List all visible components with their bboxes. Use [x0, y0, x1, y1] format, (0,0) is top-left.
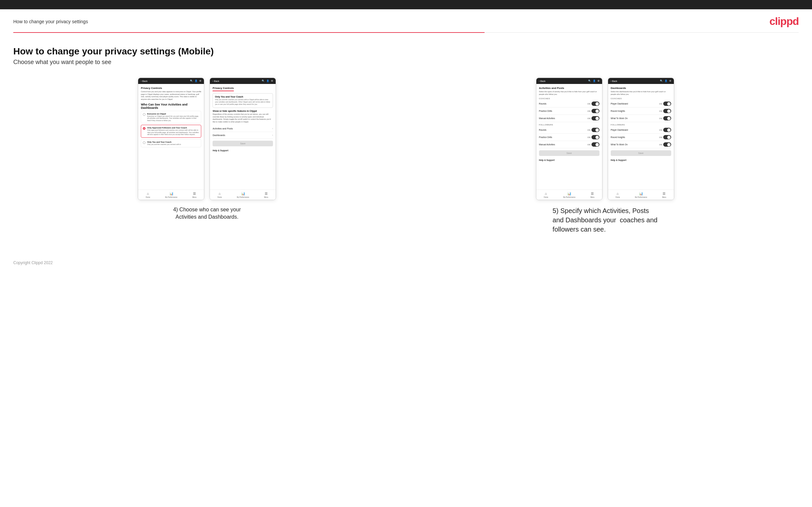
- toggle-whattowork-coach[interactable]: What To Work On ON: [611, 115, 671, 122]
- nav-home-2[interactable]: ⌂ Home: [217, 192, 222, 198]
- toggle-drills-coach-switch[interactable]: ON: [588, 109, 600, 113]
- dashboards-title-4: Dashboards: [611, 87, 671, 90]
- nav-menu-3[interactable]: ☰ Menu: [591, 192, 595, 198]
- switch-playerdash-follower[interactable]: [663, 128, 671, 132]
- toggle-manual-follower-switch[interactable]: ON: [588, 143, 600, 147]
- toggle-drills-follower-switch[interactable]: ON: [588, 135, 600, 139]
- toggle-playerdash-coach-switch[interactable]: ON: [659, 102, 671, 106]
- toggle-drills-follower[interactable]: Practice Drills ON: [539, 134, 600, 141]
- back-button-1[interactable]: ‹ Back: [141, 80, 147, 82]
- switch-drills-follower[interactable]: [592, 135, 600, 139]
- user-icon-1[interactable]: 👤: [195, 79, 198, 82]
- nav-menu-1[interactable]: ☰ Menu: [192, 192, 197, 198]
- menu-label-3: Menu: [591, 196, 595, 198]
- search-icon-2[interactable]: 🔍: [262, 79, 265, 82]
- nav-performance-1[interactable]: 📊 My Performance: [165, 192, 177, 198]
- back-button-4[interactable]: ‹ Back: [611, 80, 617, 82]
- back-button-2[interactable]: ‹ Back: [212, 80, 219, 82]
- switch-whattowork-coach[interactable]: [663, 116, 671, 120]
- switch-drills-coach[interactable]: [592, 109, 600, 113]
- toggle-drills-coach[interactable]: Practice Drills ON: [539, 108, 600, 115]
- bottom-nav-3: ⌂ Home 📊 My Performance ☰ Menu: [536, 189, 602, 200]
- save-button-2[interactable]: Save: [212, 141, 273, 146]
- nav-home-4[interactable]: ⌂ Home: [615, 192, 620, 198]
- coaches-label-4: COACHES: [611, 98, 671, 100]
- breadcrumb: How to change your privacy settings: [13, 19, 88, 24]
- toggle-rounds-coach-switch[interactable]: ON: [588, 102, 600, 106]
- settings-icon-2[interactable]: ⚙: [271, 79, 273, 82]
- switch-whattowork-follower[interactable]: [663, 143, 671, 147]
- home-label-4: Home: [615, 196, 620, 198]
- toggle-manual-coach[interactable]: Manual Activities ON: [539, 115, 600, 122]
- radio-desc-1: Everyone on Clippd can search for you an…: [147, 115, 199, 122]
- nav-home-3[interactable]: ⌂ Home: [544, 192, 548, 198]
- nav-home-1[interactable]: ⌂ Home: [146, 192, 150, 198]
- toggle-playerdash-follower[interactable]: Player Dashboard ON: [611, 126, 671, 134]
- save-button-4[interactable]: Save: [611, 150, 671, 156]
- nav-performance-2[interactable]: 📊 My Performance: [237, 192, 249, 198]
- nav-performance-3[interactable]: 📊 My Performance: [563, 192, 575, 198]
- toggle-roundinsights-coach[interactable]: Round Insights ON: [611, 108, 671, 115]
- rounds-follower-label: Rounds: [539, 129, 546, 131]
- on-text-1: ON: [588, 103, 591, 105]
- nav-menu-4[interactable]: ☰ Menu: [662, 192, 666, 198]
- header: How to change your privacy settings clip…: [0, 9, 812, 32]
- bottom-nav-4: ⌂ Home 📊 My Performance ☰ Menu: [608, 189, 674, 200]
- switch-rounds-follower[interactable]: [592, 128, 600, 132]
- user-icon-3[interactable]: 👤: [593, 79, 596, 82]
- user-icon-4[interactable]: 👤: [665, 79, 667, 82]
- back-button-3[interactable]: ‹ Back: [539, 80, 546, 82]
- home-icon-3: ⌂: [545, 192, 547, 195]
- radio-desc-2: Only approved followers and coaches you …: [147, 129, 199, 136]
- toggle-rounds-follower-switch[interactable]: ON: [588, 128, 600, 132]
- menu-icon-1: ☰: [193, 192, 196, 195]
- privacy-tab-2[interactable]: Privacy Controls: [212, 87, 234, 91]
- radio-everyone[interactable]: Everyone on Clippd Everyone on Clippd ca…: [141, 111, 201, 124]
- logo: clippd: [769, 15, 799, 27]
- toggle-roundinsights-follower[interactable]: Round Insights ON: [611, 134, 671, 141]
- menu-activities-2[interactable]: Activities and Posts ›: [212, 125, 273, 132]
- settings-icon-3[interactable]: ⚙: [598, 79, 600, 82]
- switch-playerdash-coach[interactable]: [663, 102, 671, 106]
- toggle-playerdash-coach[interactable]: Player Dashboard ON: [611, 100, 671, 108]
- toggle-whattowork-coach-switch[interactable]: ON: [659, 116, 671, 120]
- switch-roundinsights-coach[interactable]: [663, 109, 671, 113]
- search-icon-4[interactable]: 🔍: [660, 79, 663, 82]
- search-icon-1[interactable]: 🔍: [190, 79, 193, 82]
- toggle-roundinsights-coach-switch[interactable]: ON: [659, 109, 671, 113]
- switch-roundinsights-follower[interactable]: [663, 135, 671, 139]
- playerdash-coach-label: Player Dashboard: [611, 103, 628, 105]
- phone-screen-2: ‹ Back 🔍 👤 ⚙ Privacy Controls Only You a…: [210, 78, 276, 200]
- radio-approved[interactable]: Only Approved Followers and Your Coach O…: [141, 125, 201, 138]
- menu-icon-2: ☰: [265, 192, 268, 195]
- on-text-10: ON: [659, 129, 662, 131]
- top-bar: [0, 0, 812, 9]
- on-text-12: ON: [659, 144, 662, 146]
- bottom-nav-1: ⌂ Home 📊 My Performance ☰ Menu: [138, 189, 204, 200]
- settings-icon-1[interactable]: ⚙: [199, 79, 201, 82]
- toggle-manual-follower[interactable]: Manual Activities ON: [539, 141, 600, 148]
- main-content: How to change your privacy settings (Mob…: [0, 33, 812, 254]
- toggle-rounds-follower[interactable]: Rounds ON: [539, 126, 600, 134]
- screenshots-row: ‹ Back 🔍 👤 ⚙ Privacy Controls Control ho…: [13, 78, 799, 234]
- toggle-whattowork-follower[interactable]: What To Work On ON: [611, 141, 671, 148]
- help-support-4: Help & Support: [611, 157, 671, 162]
- menu-dashboards-2[interactable]: Dashboards ›: [212, 132, 273, 139]
- user-icon-2[interactable]: 👤: [266, 79, 269, 82]
- settings-icon-4[interactable]: ⚙: [669, 79, 671, 82]
- switch-rounds-coach[interactable]: [592, 102, 600, 106]
- switch-manual-coach[interactable]: [592, 116, 600, 120]
- search-icon-3[interactable]: 🔍: [588, 79, 591, 82]
- toggle-manual-coach-switch[interactable]: ON: [588, 116, 600, 120]
- followers-label-3: FOLLOWERS: [539, 124, 600, 126]
- toggle-playerdash-follower-switch[interactable]: ON: [659, 128, 671, 132]
- switch-manual-follower[interactable]: [592, 143, 600, 147]
- on-text-2: ON: [588, 110, 591, 112]
- save-button-3[interactable]: Save: [539, 150, 600, 156]
- toggle-roundinsights-follower-switch[interactable]: ON: [659, 135, 671, 139]
- toggle-whattowork-follower-switch[interactable]: ON: [659, 143, 671, 147]
- nav-menu-2[interactable]: ☰ Menu: [264, 192, 268, 198]
- radio-only-you[interactable]: Only You and Your Coach Only you and the…: [141, 139, 201, 148]
- toggle-rounds-coach[interactable]: Rounds ON: [539, 100, 600, 108]
- nav-performance-4[interactable]: 📊 My Performance: [635, 192, 647, 198]
